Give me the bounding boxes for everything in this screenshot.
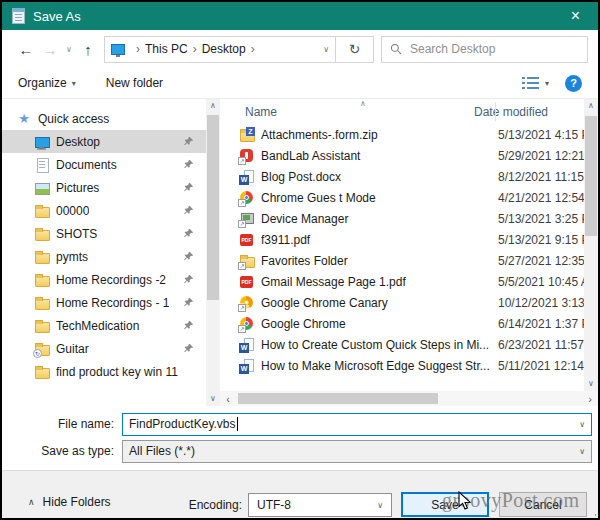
breadcrumb-desktop[interactable]: Desktop — [202, 42, 246, 56]
save-as-type-select[interactable]: All Files (*.*) ∨ — [122, 440, 592, 463]
file-name: How to Make Microsoft Edge Suggest Str..… — [261, 359, 498, 373]
folder-icon — [34, 295, 50, 311]
file-row[interactable]: ↗Chrome Gues t Mode4/21/2021 12:54 — [227, 187, 598, 208]
sidebar-item-shots[interactable]: SHOTS — [2, 222, 206, 245]
search-input[interactable]: Search Desktop — [381, 36, 588, 63]
scroll-down-icon[interactable]: ∨ — [584, 377, 598, 391]
help-icon[interactable]: ? — [565, 75, 582, 92]
sidebar-item-techmedication[interactable]: TechMedication — [2, 314, 206, 337]
column-header-date-modified[interactable]: Date modified — [471, 105, 548, 119]
hide-folders-button[interactable]: ∧ Hide Folders — [28, 495, 111, 509]
scroll-down-icon[interactable]: ∨ — [206, 392, 220, 406]
sidebar-item-documents[interactable]: Documents — [2, 153, 206, 176]
scroll-up-icon[interactable]: ∧ — [584, 99, 598, 113]
encoding-label: Encoding: — [152, 498, 242, 512]
pin-icon[interactable] — [183, 343, 194, 354]
monitor-icon — [34, 134, 50, 150]
view-dropdown-icon[interactable]: ▾ — [545, 79, 549, 88]
sidebar-item-label: Quick access — [38, 112, 109, 126]
file-name: Favorites Folder — [261, 254, 498, 268]
pin-icon[interactable] — [183, 136, 194, 147]
sidebar-item-find-product-key-win-11[interactable]: find product key win 11 — [2, 360, 206, 383]
file-list-horizontal-scrollbar[interactable]: ‹ › — [220, 391, 598, 406]
breadcrumb-separator-icon: › — [131, 42, 145, 56]
horizontal-scrollbar-thumb[interactable] — [238, 393, 438, 404]
file-row[interactable]: ↗Favorites Folder5/27/2021 12:35 — [227, 250, 598, 271]
file-row[interactable]: PDFGmail Message Page 1.pdf5/5/2021 10:4… — [227, 271, 598, 292]
file-row[interactable]: PDFf3911.pdf5/13/2021 9:15 P — [227, 229, 598, 250]
scroll-up-icon[interactable]: ∧ — [206, 99, 220, 113]
file-name-input[interactable]: FindProductKey.vbs ∨ — [122, 413, 592, 436]
folder-icon: ↗ — [239, 253, 255, 269]
hide-folders-label: Hide Folders — [43, 495, 111, 509]
encoding-dropdown-icon[interactable]: ∨ — [371, 501, 383, 510]
pdf-icon: PDF — [239, 232, 255, 248]
folder-icon — [34, 272, 50, 288]
refresh-button[interactable]: ↻ — [336, 36, 374, 63]
view-mode-icon[interactable] — [522, 76, 539, 90]
file-name: Google Chrome — [261, 317, 498, 331]
mouse-cursor — [458, 491, 474, 511]
sidebar-item-00000[interactable]: 00000 — [2, 199, 206, 222]
column-divider[interactable] — [495, 102, 496, 121]
pin-icon[interactable] — [183, 205, 194, 216]
sidebar-item-guitar[interactable]: ↻Guitar — [2, 337, 206, 360]
file-row[interactable]: WHow to Create Custom Quick Steps in Mi.… — [227, 334, 598, 355]
pin-icon[interactable] — [183, 182, 194, 193]
pin-icon[interactable] — [183, 320, 194, 331]
file-row[interactable]: ↗Device Manager5/13/2021 3:25 P — [227, 208, 598, 229]
pin-icon[interactable] — [183, 274, 194, 285]
file-row[interactable]: ↗BandLab Assistant5/29/2021 12:21 — [227, 145, 598, 166]
word-icon: W — [239, 169, 255, 185]
scroll-left-icon[interactable]: ‹ — [220, 393, 236, 405]
file-name: Device Manager — [261, 212, 498, 226]
pin-icon[interactable] — [183, 159, 194, 170]
sidebar-item-desktop[interactable]: Desktop — [2, 130, 206, 153]
navigation-bar: ← → ∨ ↑ › This PC › Desktop › ∨ ↻ Search… — [2, 30, 598, 68]
sidebar-item-pictures[interactable]: Pictures — [2, 176, 206, 199]
sidebar-scrollbar-thumb[interactable] — [207, 115, 219, 300]
pin-icon[interactable] — [183, 251, 194, 262]
close-icon[interactable]: × — [563, 6, 588, 26]
file-row[interactable]: ZAttachments-.form.zip5/13/2021 4:15 P — [227, 124, 598, 145]
file-row[interactable]: ↗Google Chrome Canary10/12/2021 3:13 — [227, 292, 598, 313]
new-folder-button[interactable]: New folder — [106, 76, 163, 90]
breadcrumb-this-pc[interactable]: This PC — [145, 42, 188, 56]
file-name: BandLab Assistant — [261, 149, 498, 163]
file-list-vertical-scrollbar[interactable]: ∧ ∨ — [584, 99, 598, 391]
forward-icon[interactable]: → — [38, 41, 62, 58]
column-header-name[interactable]: Name — [227, 105, 471, 119]
up-icon[interactable]: ↑ — [76, 41, 100, 58]
file-date-modified: 5/27/2021 12:35 — [498, 254, 598, 268]
file-row[interactable]: ↗Google Chrome6/14/2021 1:37 P — [227, 313, 598, 334]
sidebar-item-home-recordings-2[interactable]: Home Recordings -2 — [2, 268, 206, 291]
organize-button[interactable]: Organize ▾ — [18, 76, 76, 90]
scroll-right-icon[interactable]: › — [582, 393, 598, 405]
breadcrumb-separator-icon: › — [188, 42, 202, 56]
sidebar-scrollbar[interactable]: ∧ ∨ — [206, 99, 220, 406]
address-bar[interactable]: › This PC › Desktop › ∨ — [104, 36, 336, 63]
resize-grip[interactable] — [586, 513, 596, 520]
file-name-dropdown-icon[interactable]: ∨ — [573, 420, 585, 429]
file-date-modified: 8/12/2021 11:15 — [498, 170, 598, 184]
bandlab-icon: ↗ — [239, 148, 255, 164]
sidebar-list: ★Quick accessDesktopDocumentsPictures000… — [2, 107, 220, 383]
sidebar-item-quick-access[interactable]: ★Quick access — [2, 107, 206, 130]
sidebar-item-label: find product key win 11 — [56, 365, 178, 379]
file-list-scrollbar-thumb[interactable] — [585, 116, 597, 236]
pin-icon[interactable] — [183, 228, 194, 239]
pin-icon[interactable] — [183, 297, 194, 308]
search-placeholder: Search Desktop — [410, 42, 495, 56]
encoding-select[interactable]: UTF-8 ∨ — [248, 493, 392, 517]
back-icon[interactable]: ← — [14, 41, 38, 58]
sidebar-item-pymts[interactable]: pymts — [2, 245, 206, 268]
file-name: Chrome Gues t Mode — [261, 191, 498, 205]
file-row[interactable]: WBlog Post.docx8/12/2021 11:15 — [227, 166, 598, 187]
save-as-type-dropdown-icon[interactable]: ∨ — [573, 447, 585, 456]
file-row[interactable]: WHow to Make Microsoft Edge Suggest Str.… — [227, 355, 598, 376]
sidebar-item-home-recordings-1[interactable]: Home Recordings - 1 — [2, 291, 206, 314]
sort-ascending-icon: ∧ — [360, 99, 366, 108]
word-icon: W — [239, 337, 255, 353]
address-dropdown-icon[interactable]: ∨ — [317, 45, 329, 54]
recent-locations-icon[interactable]: ∨ — [62, 45, 76, 54]
